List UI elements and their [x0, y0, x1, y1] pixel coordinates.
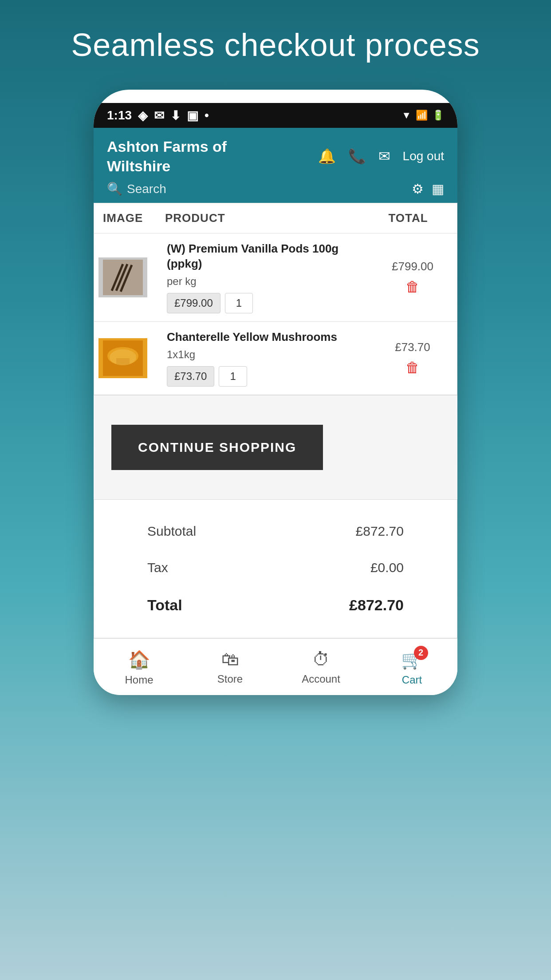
product-unit-1: per kg	[167, 275, 366, 288]
totals-box: Subtotal £872.70 Tax £0.00 Total £872.70	[94, 499, 457, 638]
bell-icon[interactable]: 🔔	[318, 148, 336, 165]
main-content: IMAGE PRODUCT TOTAL (W) Premium Vanilla …	[94, 203, 457, 638]
wifi-icon: ▼	[401, 110, 411, 121]
nav-home-label: Home	[125, 674, 153, 686]
product-qty-1[interactable]: 1	[225, 293, 253, 313]
app-title: Ashton Farms of Wiltshire	[107, 137, 227, 176]
total-value: £872.70	[349, 597, 404, 614]
bottom-nav: 🏠 Home 🛍 Store ⏱ Account 🛒 2 Cart	[94, 638, 457, 695]
nav-account-label: Account	[302, 673, 340, 685]
account-icon: ⏱	[312, 649, 330, 669]
table-header: IMAGE PRODUCT TOTAL	[94, 203, 457, 233]
svg-point-7	[110, 349, 136, 365]
subtotal-row: Subtotal £872.70	[121, 513, 430, 549]
store-icon: 🛍	[221, 649, 239, 669]
app-header: Ashton Farms of Wiltshire 🔔 📞 ✉ Log out …	[94, 128, 457, 203]
search-text: Search	[127, 182, 166, 196]
status-icon-4: ▣	[187, 108, 198, 123]
product-info-1: (W) Premium Vanilla Pods 100g (ppkg) per…	[161, 241, 373, 313]
product-qty-2[interactable]: 1	[219, 366, 247, 387]
table-row: (W) Premium Vanilla Pods 100g (ppkg) per…	[94, 233, 457, 322]
subtotal-label: Subtotal	[147, 524, 196, 539]
tax-value: £0.00	[370, 560, 404, 575]
phone-mockup: 1:13 ◈ ✉ ⬇ ▣ • ▼ 📶 🔋 Ashton Farms of Wil…	[94, 90, 457, 695]
status-icon-5: •	[205, 108, 209, 122]
product-total-1: £799.00 🗑	[373, 260, 453, 295]
product-name-1: (W) Premium Vanilla Pods 100g (ppkg)	[167, 241, 366, 272]
total-price-2: £73.70	[395, 340, 430, 354]
delete-button-1[interactable]: 🗑	[405, 279, 420, 295]
nav-cart[interactable]: 🛒 2 Cart	[366, 639, 457, 695]
cart-table: IMAGE PRODUCT TOTAL (W) Premium Vanilla …	[94, 203, 457, 395]
total-price-1: £799.00	[392, 260, 433, 273]
product-name-2: Chanterelle Yellow Mushrooms	[167, 330, 366, 345]
status-time: 1:13	[107, 108, 132, 122]
col-total: TOTAL	[368, 211, 448, 225]
cart-badge: 2	[414, 646, 428, 660]
battery-icon: 🔋	[432, 110, 444, 121]
product-image-1	[98, 257, 147, 297]
total-label: Total	[147, 597, 182, 614]
status-icon-3: ⬇	[170, 108, 181, 123]
phone-icon[interactable]: 📞	[348, 148, 366, 165]
status-icon-2: ✉	[154, 108, 164, 123]
product-image-2	[98, 338, 147, 378]
total-row: Total £872.70	[121, 586, 430, 624]
nav-account[interactable]: ⏱ Account	[276, 639, 366, 695]
continue-shopping-button[interactable]: CONTINUE SHOPPING	[111, 425, 323, 470]
product-price-2: £73.70	[167, 366, 214, 387]
tax-row: Tax £0.00	[121, 549, 430, 586]
mail-icon[interactable]: ✉	[378, 148, 390, 165]
tax-label: Tax	[147, 560, 168, 575]
product-unit-2: 1x1kg	[167, 348, 366, 361]
nav-store[interactable]: 🛍 Store	[185, 639, 276, 695]
status-icon-1: ◈	[138, 108, 148, 123]
filter-icon[interactable]: ⚙	[412, 181, 424, 197]
product-total-2: £73.70 🗑	[373, 340, 453, 376]
delete-button-2[interactable]: 🗑	[405, 360, 420, 376]
nav-cart-label: Cart	[402, 674, 422, 686]
col-product: PRODUCT	[165, 211, 368, 225]
search-bar[interactable]: 🔍 Search	[107, 182, 166, 196]
logout-button[interactable]: Log out	[403, 149, 444, 163]
subtotal-value: £872.70	[356, 524, 404, 539]
signal-icon: 📶	[416, 110, 428, 121]
status-bar: 1:13 ◈ ✉ ⬇ ▣ • ▼ 📶 🔋	[94, 103, 457, 128]
nav-home[interactable]: 🏠 Home	[94, 639, 185, 695]
product-info-2: Chanterelle Yellow Mushrooms 1x1kg £73.7…	[161, 330, 373, 387]
col-image: IMAGE	[103, 211, 165, 225]
search-icon: 🔍	[107, 182, 122, 196]
nav-store-label: Store	[217, 673, 243, 685]
barcode-icon[interactable]: ▦	[432, 181, 444, 197]
product-price-1: £799.00	[167, 293, 220, 313]
home-icon: 🏠	[128, 649, 150, 670]
page-heading: Seamless checkout process	[71, 27, 480, 63]
table-row: Chanterelle Yellow Mushrooms 1x1kg £73.7…	[94, 322, 457, 395]
